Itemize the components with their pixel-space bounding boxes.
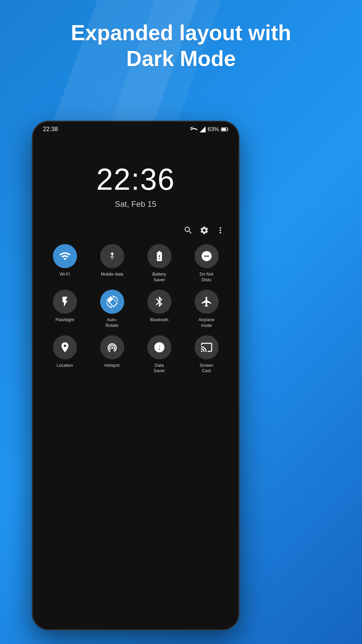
bluetooth-tile-icon xyxy=(147,290,171,314)
svg-marker-0 xyxy=(200,126,206,132)
phone-volume-button xyxy=(238,216,239,242)
battery-saver-tile-icon xyxy=(147,244,171,268)
search-button[interactable] xyxy=(184,226,193,237)
header-line1: Expanded layout with xyxy=(71,21,291,45)
header-text: Expanded layout with Dark Mode xyxy=(0,20,362,72)
svg-rect-3 xyxy=(222,128,226,130)
airplane-tile-label: Airplanemode xyxy=(199,317,215,329)
tile-location[interactable]: Location xyxy=(43,335,87,374)
settings-button[interactable] xyxy=(200,226,209,237)
mobile-data-tile-icon xyxy=(100,244,124,268)
wifi-status-icon xyxy=(190,126,198,132)
clock-time: 22:36 xyxy=(33,162,238,197)
dnd-tile-label: Do NotDistu xyxy=(200,272,213,283)
mobile-data-tile-label: Mobile data xyxy=(101,272,123,277)
airplane-tile-icon xyxy=(195,290,219,314)
tile-mobile-data[interactable]: Mobile data xyxy=(90,244,134,283)
quick-settings-panel: Wi-Fi Mobile data BatterySaver xyxy=(33,222,238,374)
tile-wifi[interactable]: Wi-Fi xyxy=(43,244,87,283)
hotspot-tile-icon xyxy=(100,335,124,359)
auto-rotate-tile-label: Auto-Rotate xyxy=(105,317,118,329)
tile-airplane[interactable]: Airplanemode xyxy=(185,290,228,329)
data-saver-tile-icon xyxy=(147,335,171,359)
tile-flashlight[interactable]: Flashlight xyxy=(43,290,87,329)
battery-status-icon xyxy=(221,126,228,132)
wifi-tile-icon xyxy=(53,244,77,268)
signal-status-icon xyxy=(200,126,206,133)
tile-bluetooth[interactable]: Bluetooth xyxy=(137,290,181,329)
status-time: 22:38 xyxy=(43,126,58,133)
tile-battery-saver[interactable]: BatterySaver xyxy=(137,244,181,283)
auto-rotate-tile-icon xyxy=(100,290,124,314)
qs-toolbar xyxy=(40,222,232,244)
flashlight-tile-label: Flashlight xyxy=(56,317,74,323)
screen-cast-tile-label: ScreenCast xyxy=(200,363,213,374)
data-saver-tile-label: DataSaver xyxy=(154,363,165,374)
phone-power-button xyxy=(238,249,239,276)
tile-data-saver[interactable]: DataSaver xyxy=(137,335,181,374)
wifi-tile-label: Wi-Fi xyxy=(60,272,70,277)
status-right-icons: 63% xyxy=(190,126,228,133)
tile-screen-cast[interactable]: ScreenCast xyxy=(185,335,228,374)
header-line2: Dark Mode xyxy=(126,47,236,71)
clock-area: 22:36 Sat, Feb 15 xyxy=(33,135,238,222)
location-tile-label: Location xyxy=(57,363,73,368)
status-bar: 22:38 63% xyxy=(33,122,238,135)
location-tile-icon xyxy=(53,335,77,359)
battery-saver-tile-label: BatterySaver xyxy=(152,272,166,283)
battery-percentage: 63% xyxy=(208,126,219,133)
bluetooth-tile-label: Bluetooth xyxy=(150,317,168,323)
screen-cast-tile-icon xyxy=(195,335,219,359)
tile-auto-rotate[interactable]: Auto-Rotate xyxy=(90,290,134,329)
svg-rect-2 xyxy=(228,129,228,130)
phone-frame: 22:38 63% xyxy=(32,121,239,630)
qs-tiles-grid: Wi-Fi Mobile data BatterySaver xyxy=(40,244,232,374)
flashlight-tile-icon xyxy=(53,290,77,314)
tile-dnd[interactable]: Do NotDistu xyxy=(185,244,228,283)
more-options-button[interactable] xyxy=(216,226,225,237)
tile-hotspot[interactable]: Hotspot xyxy=(90,335,134,374)
hotspot-tile-label: Hotspot xyxy=(104,363,120,368)
dnd-tile-icon xyxy=(195,244,219,268)
clock-date: Sat, Feb 15 xyxy=(33,199,238,209)
